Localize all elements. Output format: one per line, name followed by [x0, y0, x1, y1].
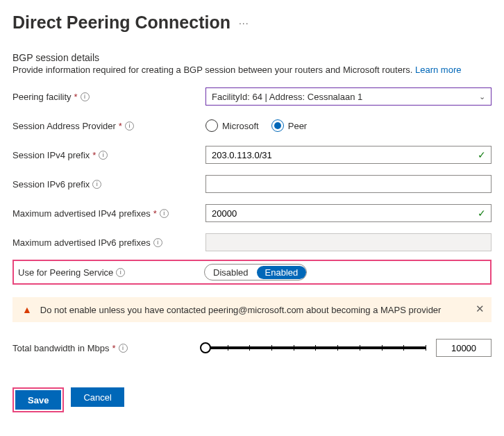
sap-label: Session Address Provider	[12, 121, 116, 131]
section-sub: Provide information required for creatin…	[12, 65, 492, 75]
ipv6-prefix-input[interactable]	[205, 175, 492, 193]
facility-value: FacilityId: 64 | Address: Cessnalaan 1	[212, 92, 362, 102]
peering-service-toggle[interactable]: Disabled Enabled	[204, 264, 307, 280]
info-icon[interactable]: i	[116, 268, 125, 277]
cancel-button[interactable]: Cancel	[71, 387, 124, 407]
check-icon: ✓	[478, 149, 486, 160]
max-ipv4-input[interactable]	[205, 204, 492, 222]
warning-alert: ▲ Do not enable unless you have contacte…	[12, 297, 492, 322]
ipv4-prefix-input[interactable]	[205, 146, 492, 164]
sap-radio-group: Microsoft Peer	[205, 119, 307, 132]
bandwidth-input[interactable]	[436, 339, 492, 357]
radio-icon	[271, 119, 284, 132]
use-for-peering-label: Use for Peering Service	[18, 267, 113, 278]
toggle-disabled[interactable]: Disabled	[205, 266, 257, 279]
max-ipv6-input	[205, 233, 492, 251]
footer: Save Cancel	[12, 387, 492, 412]
header: Direct Peering Connection ···	[12, 12, 492, 33]
bandwidth-label: Total bandwidth in Mbps	[12, 343, 109, 353]
facility-select[interactable]: FacilityId: 64 | Address: Cessnalaan 1 ⌄	[205, 87, 492, 106]
section-heading: BGP session details	[12, 52, 492, 63]
required-icon: *	[153, 208, 157, 219]
ipv4-prefix-label: Session IPv4 prefix	[12, 150, 90, 160]
info-icon[interactable]: i	[125, 121, 134, 131]
max-ipv4-label: Maximum advertised IPv4 prefixes	[12, 208, 151, 219]
info-icon[interactable]: i	[92, 180, 101, 189]
learn-more-link[interactable]: Learn more	[415, 65, 461, 75]
info-icon[interactable]: i	[153, 238, 162, 247]
alert-text: Do not enable unless you have contacted …	[40, 305, 442, 315]
section-sub-text: Provide information required for creatin…	[12, 65, 412, 75]
required-icon: *	[92, 150, 96, 160]
more-icon[interactable]: ···	[239, 17, 249, 28]
info-icon[interactable]: i	[99, 151, 108, 160]
bandwidth-slider[interactable]	[205, 346, 426, 349]
check-icon: ✓	[478, 208, 486, 219]
required-icon: *	[112, 343, 115, 353]
warning-icon: ▲	[22, 304, 32, 315]
toggle-enabled[interactable]: Enabled	[257, 266, 307, 279]
info-icon[interactable]: i	[160, 209, 169, 218]
save-button[interactable]: Save	[15, 390, 61, 410]
radio-microsoft[interactable]: Microsoft	[205, 119, 259, 132]
close-icon[interactable]: ✕	[476, 303, 485, 315]
save-highlight: Save	[12, 387, 64, 412]
ipv6-prefix-label: Session IPv6 prefix	[12, 179, 90, 190]
radio-label: Microsoft	[222, 121, 259, 131]
chevron-down-icon: ⌄	[479, 92, 485, 101]
radio-icon	[205, 119, 218, 132]
radio-peer[interactable]: Peer	[271, 119, 307, 132]
max-ipv6-label: Maximum advertised IPv6 prefixes	[12, 237, 151, 248]
required-icon: *	[119, 121, 122, 131]
peering-service-highlight: Use for Peering Service i Disabled Enabl…	[12, 260, 492, 285]
info-icon[interactable]: i	[81, 92, 90, 101]
radio-label: Peer	[288, 121, 307, 131]
info-icon[interactable]: i	[119, 344, 128, 353]
slider-ticks	[205, 346, 426, 349]
page-title: Direct Peering Connection	[12, 12, 230, 33]
required-icon: *	[74, 92, 78, 102]
facility-label: Peering facility	[12, 92, 72, 102]
slider-thumb-icon[interactable]	[200, 342, 211, 353]
